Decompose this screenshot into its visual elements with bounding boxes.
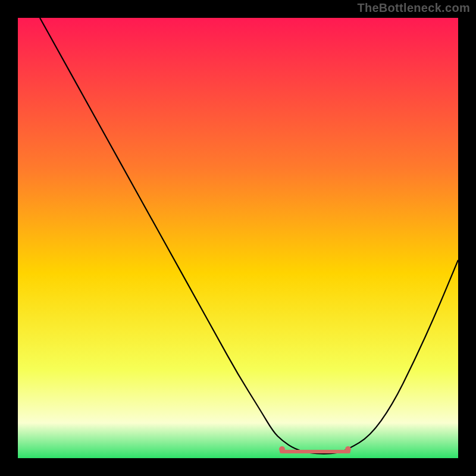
bottleneck-curve [18, 18, 458, 458]
optimal-range-marker [280, 450, 350, 453]
curve-path [40, 18, 458, 454]
plot-area [18, 18, 458, 458]
chart-frame: TheBottleneck.com [0, 0, 476, 476]
watermark-text: TheBottleneck.com [357, 1, 470, 15]
